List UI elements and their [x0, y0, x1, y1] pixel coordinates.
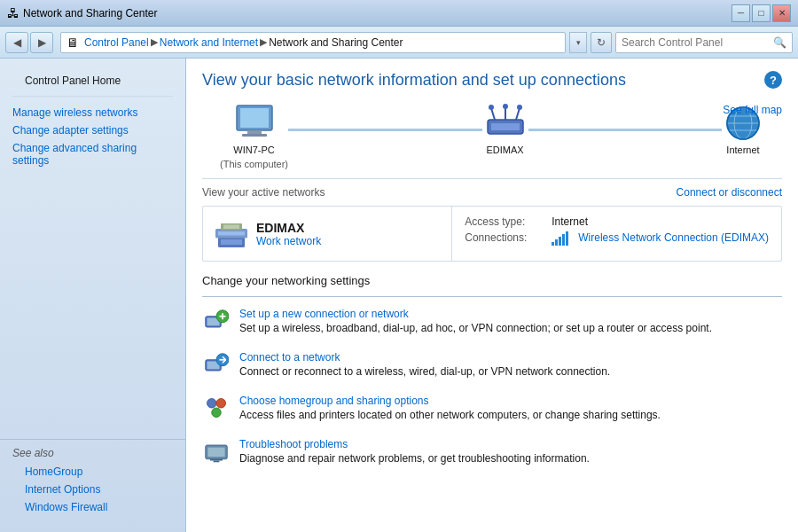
- new-connection-svg: [204, 309, 229, 333]
- homegroup-desc: Access files and printers located on oth…: [239, 409, 661, 421]
- window-controls: ─ □ ✕: [732, 4, 791, 22]
- nav-buttons: ◀ ▶: [5, 32, 53, 53]
- svg-point-37: [212, 408, 222, 418]
- title-bar-left: 🖧 Network and Sharing Center: [7, 6, 157, 20]
- window-title: Network and Sharing Center: [23, 7, 157, 20]
- signal-bars-icon: [552, 231, 571, 248]
- homegroup-sharing-link[interactable]: Choose homegroup and sharing options: [239, 395, 661, 407]
- breadcrumb-bar: 🖥 Control Panel ▶ Network and Internet ▶…: [60, 32, 566, 53]
- connect-disconnect-link[interactable]: Connect or disconnect: [677, 186, 782, 199]
- main-layout: Control Panel Home Manage wireless netwo…: [0, 59, 798, 532]
- breadcrumb-sep-2: ▶: [260, 36, 267, 48]
- svg-rect-21: [218, 231, 245, 236]
- troubleshoot-link[interactable]: Troubleshoot problems: [239, 438, 590, 450]
- connect-desc: Connect or reconnect to a wireless, wire…: [239, 365, 610, 378]
- back-button[interactable]: ◀: [5, 32, 28, 53]
- homegroup-svg: [204, 395, 229, 420]
- connections-label: Connections:: [465, 231, 544, 248]
- troubleshoot-icon: [202, 439, 231, 469]
- breadcrumb-control-panel[interactable]: Control Panel: [84, 36, 149, 49]
- app-icon: 🖧: [7, 6, 20, 20]
- sidebar-manage-wireless[interactable]: Manage wireless networks: [0, 104, 185, 121]
- address-bar: ◀ ▶ 🖥 Control Panel ▶ Network and Intern…: [0, 27, 798, 59]
- svg-rect-40: [210, 459, 223, 461]
- search-input[interactable]: [622, 36, 773, 49]
- sidebar: Control Panel Home Manage wireless netwo…: [0, 59, 186, 532]
- network-diagram: WIN7-PC (This computer): [202, 104, 782, 169]
- svg-point-9: [489, 105, 494, 110]
- network-type-link[interactable]: Work network: [256, 235, 321, 247]
- node-edimax-label: EDIMAX: [486, 145, 523, 155]
- svg-point-36: [216, 399, 226, 409]
- node-internet-label: Internet: [726, 145, 759, 155]
- node-win7-label: WIN7-PC: [233, 145, 274, 155]
- address-dropdown[interactable]: ▾: [569, 32, 587, 53]
- setting-content-homegroup: Choose homegroup and sharing options Acc…: [239, 395, 661, 421]
- svg-rect-1: [240, 108, 269, 128]
- svg-rect-41: [214, 461, 220, 463]
- see-full-map-link[interactable]: See full map: [723, 104, 782, 116]
- breadcrumb-current: Network and Sharing Center: [269, 36, 403, 49]
- forward-button[interactable]: ▶: [30, 32, 53, 53]
- computer-icon: [233, 104, 276, 141]
- internet-options-link[interactable]: Internet Options: [12, 481, 173, 498]
- active-network-box: EDIMAX Work network Access type: Interne…: [202, 206, 782, 262]
- network-diagram-wrapper: See full map WIN7-PC (This computer): [202, 104, 782, 169]
- see-also-section: See also HomeGroup Internet Options Wind…: [0, 439, 185, 523]
- settings-section-title: Change your networking settings: [202, 274, 782, 287]
- search-icon[interactable]: 🔍: [773, 36, 786, 49]
- svg-point-11: [517, 105, 522, 110]
- svg-rect-2: [247, 130, 262, 134]
- settings-divider: [202, 296, 782, 297]
- setting-item-new-connection: Set up a new connection or network Set u…: [202, 308, 782, 339]
- connector-1: [288, 129, 481, 131]
- edimax-network-icon: [215, 218, 247, 250]
- setting-item-homegroup: Choose homegroup and sharing options Acc…: [202, 395, 782, 426]
- network-name: EDIMAX: [256, 221, 321, 235]
- svg-line-8: [516, 108, 520, 120]
- svg-point-10: [503, 104, 508, 109]
- setting-content-new-connection: Set up a new connection or network Set u…: [239, 308, 712, 334]
- svg-rect-5: [491, 123, 520, 130]
- homegroup-link[interactable]: HomeGroup: [12, 463, 173, 481]
- content-header: View your basic network information and …: [202, 71, 782, 90]
- active-networks-title: View your active networks: [202, 186, 325, 199]
- sidebar-change-advanced-sharing[interactable]: Change advanced sharing settings: [0, 139, 185, 169]
- svg-line-6: [491, 108, 495, 120]
- connect-link[interactable]: Connect to a network: [239, 351, 610, 364]
- maximize-button[interactable]: □: [752, 4, 771, 22]
- access-type-label: Access type:: [465, 215, 544, 228]
- control-panel-home-link[interactable]: Control Panel Home: [12, 73, 133, 89]
- node-win7-sublabel: (This computer): [220, 159, 288, 169]
- refresh-button[interactable]: ↻: [591, 32, 612, 53]
- new-connection-icon: [202, 309, 231, 339]
- see-also-title: See also: [12, 447, 173, 459]
- troubleshoot-desc: Diagnose and repair network problems, or…: [239, 452, 590, 465]
- node-edimax: EDIMAX: [482, 104, 528, 155]
- setting-content-connect: Connect to a network Connect or reconnec…: [239, 351, 610, 378]
- svg-point-35: [207, 399, 217, 409]
- new-connection-link[interactable]: Set up a new connection or network: [239, 308, 712, 320]
- svg-rect-39: [207, 448, 224, 458]
- access-type-value: Internet: [552, 215, 588, 228]
- homegroup-icon: [202, 395, 231, 426]
- active-network-left: EDIMAX Work network: [203, 207, 452, 261]
- active-networks-header: View your active networks Connect or dis…: [202, 186, 782, 199]
- active-network-info: EDIMAX Work network: [256, 221, 321, 247]
- node-win7-pc: WIN7-PC (This computer): [220, 104, 288, 169]
- setting-content-troubleshoot: Troubleshoot problems Diagnose and repai…: [239, 438, 590, 465]
- breadcrumb-network-internet[interactable]: Network and Internet: [160, 36, 258, 49]
- content-area: View your basic network information and …: [186, 59, 798, 532]
- wireless-connection-link[interactable]: Wireless Network Connection (EDIMAX): [578, 231, 769, 248]
- title-bar: 🖧 Network and Sharing Center ─ □ ✕: [0, 0, 798, 27]
- router-icon: [482, 104, 528, 141]
- help-button[interactable]: ?: [764, 71, 782, 89]
- minimize-button[interactable]: ─: [732, 4, 750, 22]
- svg-rect-23: [223, 224, 239, 229]
- close-button[interactable]: ✕: [772, 4, 791, 22]
- windows-firewall-link[interactable]: Windows Firewall: [12, 498, 173, 516]
- divider-1: [202, 178, 782, 179]
- sidebar-change-adapter[interactable]: Change adapter settings: [0, 121, 185, 139]
- active-network-right: Access type: Internet Connections:: [452, 207, 781, 261]
- setting-item-connect: Connect to a network Connect or reconnec…: [202, 351, 782, 382]
